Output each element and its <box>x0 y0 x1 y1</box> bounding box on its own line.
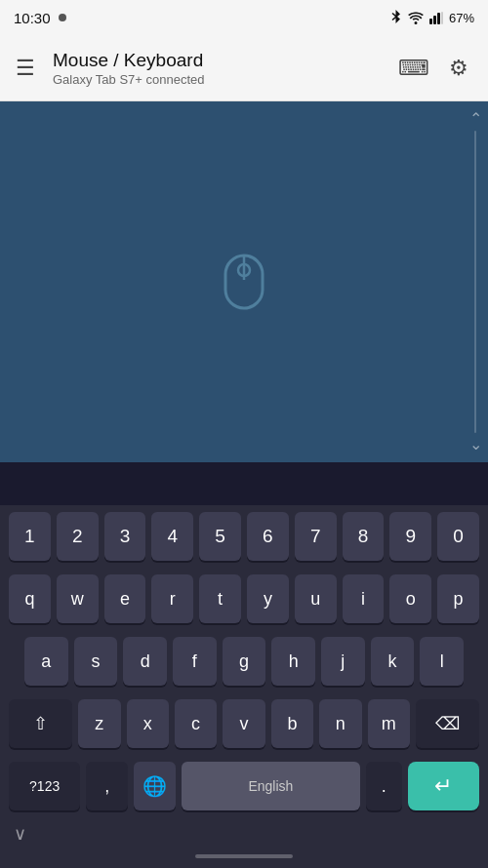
key-0[interactable]: 0 <box>437 512 479 561</box>
number-row: 1 2 3 4 5 6 7 8 9 0 <box>0 505 488 568</box>
settings-icon[interactable]: ⚙ <box>445 52 472 85</box>
svg-rect-3 <box>441 12 443 24</box>
app-bar: ☰ Mouse / Keyboard Galaxy Tab S7+ connec… <box>0 35 488 101</box>
period-key[interactable]: . <box>366 762 402 810</box>
key-d[interactable]: d <box>123 637 167 686</box>
key-i[interactable]: i <box>343 574 385 623</box>
mouse-cursor-icon <box>223 253 265 311</box>
key-k[interactable]: k <box>371 637 415 686</box>
scroll-down-arrow[interactable]: ⌄ <box>469 437 482 453</box>
key-h[interactable]: h <box>271 637 315 686</box>
row-asdf: a s d f g h j k l <box>0 630 488 692</box>
scroll-track <box>474 131 476 433</box>
app-bar-title-group: Mouse / Keyboard Galaxy Tab S7+ connecte… <box>53 50 377 87</box>
key-a[interactable]: a <box>24 637 68 686</box>
key-v[interactable]: v <box>223 699 264 748</box>
comma-key[interactable]: , <box>86 762 128 810</box>
trackpad-area[interactable]: ⌃ ⌄ <box>0 101 488 462</box>
key-7[interactable]: 7 <box>295 512 337 561</box>
key-f[interactable]: f <box>173 637 217 686</box>
key-p[interactable]: p <box>437 574 479 623</box>
svg-rect-1 <box>433 16 436 24</box>
key-c[interactable]: c <box>175 699 217 748</box>
battery-percent: 67% <box>449 11 474 25</box>
key-n[interactable]: n <box>319 699 361 748</box>
key-u[interactable]: u <box>295 574 337 623</box>
wifi-icon <box>408 12 424 24</box>
scroll-up-arrow[interactable]: ⌃ <box>469 111 482 127</box>
key-y[interactable]: y <box>247 574 289 623</box>
key-z[interactable]: z <box>78 699 120 748</box>
key-6[interactable]: 6 <box>247 512 289 561</box>
key-9[interactable]: 9 <box>389 512 431 561</box>
bottom-indicator <box>195 854 293 858</box>
status-bar: 10:30 67% <box>0 0 488 35</box>
key-t[interactable]: t <box>199 574 241 623</box>
app-bar-actions: ⌨ ⚙ <box>394 52 472 85</box>
key-b[interactable]: b <box>271 699 313 748</box>
key-5[interactable]: 5 <box>199 512 241 561</box>
backspace-key[interactable]: ⌫ <box>416 699 479 748</box>
bluetooth-icon <box>389 10 402 25</box>
shift-key[interactable]: ⇧ <box>9 699 72 748</box>
space-key[interactable]: English <box>182 762 360 810</box>
svg-rect-2 <box>437 13 440 24</box>
hamburger-menu-icon[interactable]: ☰ <box>16 56 35 81</box>
key-1[interactable]: 1 <box>9 512 51 561</box>
globe-key[interactable]: 🌐 <box>134 762 176 810</box>
key-o[interactable]: o <box>389 574 431 623</box>
enter-key[interactable]: ↵ <box>408 762 479 810</box>
key-m[interactable]: m <box>368 699 410 748</box>
key-4[interactable]: 4 <box>151 512 193 561</box>
bottom-row: ?123 , 🌐 English . ↵ <box>0 755 488 821</box>
key-l[interactable]: l <box>420 637 464 686</box>
key-3[interactable]: 3 <box>104 512 146 561</box>
scroll-bar[interactable]: ⌃ ⌄ <box>472 111 478 453</box>
chevron-down-icon[interactable]: ∨ <box>14 823 26 845</box>
app-subtitle: Galaxy Tab S7+ connected <box>53 72 377 87</box>
row-zxcv: ⇧ z x c v b n m ⌫ <box>0 692 488 755</box>
key-r[interactable]: r <box>151 574 193 623</box>
key-q[interactable]: q <box>9 574 51 623</box>
row-qwerty: q w e r t y u i o p <box>0 568 488 630</box>
key-w[interactable]: w <box>57 574 99 623</box>
key-s[interactable]: s <box>74 637 118 686</box>
key-x[interactable]: x <box>127 699 169 748</box>
key-g[interactable]: g <box>223 637 266 686</box>
chevron-down-bar: ∨ <box>0 821 488 848</box>
status-time: 10:30 <box>14 10 51 26</box>
symbols-key[interactable]: ?123 <box>9 762 80 810</box>
keyboard: 1 2 3 4 5 6 7 8 9 0 q w e r t y u i o p … <box>0 505 488 868</box>
key-j[interactable]: j <box>321 637 365 686</box>
key-e[interactable]: e <box>104 574 146 623</box>
key-8[interactable]: 8 <box>343 512 385 561</box>
status-dot-icon <box>59 14 66 21</box>
signal-icon <box>429 12 443 24</box>
svg-rect-0 <box>429 19 432 24</box>
key-2[interactable]: 2 <box>57 512 99 561</box>
bottom-indicator-bar <box>0 848 488 868</box>
keyboard-icon[interactable]: ⌨ <box>394 52 433 85</box>
app-title: Mouse / Keyboard <box>53 50 377 71</box>
